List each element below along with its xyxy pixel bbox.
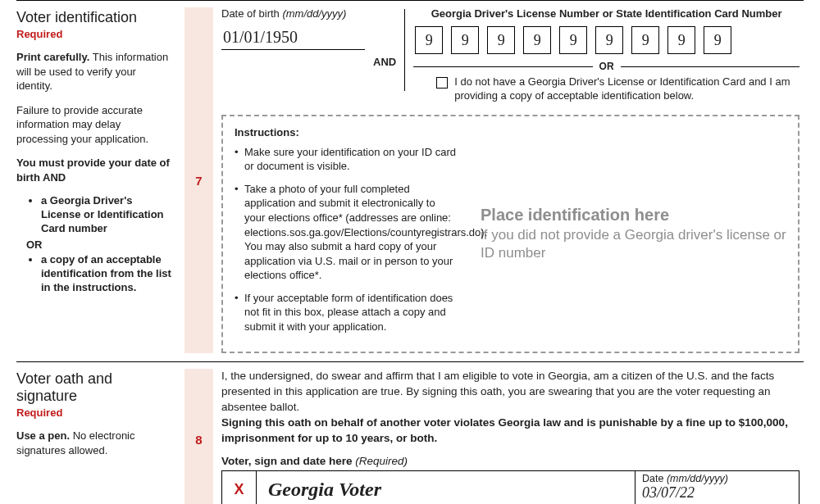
signature-date-label: Date (mm/dd/yyyy): [642, 473, 792, 484]
instruction-1: Make sure your identification on your ID…: [235, 145, 456, 174]
dob-input[interactable]: 01/01/1950: [221, 24, 365, 50]
section-voter-identification: Voter identification Required Print care…: [16, 0, 804, 361]
oath-text1: I, the undersigned, do swear and affirm …: [221, 370, 774, 413]
id-heading: Georgia Driver's License Number or State…: [413, 7, 800, 20]
section8-sidebar: Voter oath and signature Required Use a …: [16, 369, 184, 504]
vertical-separator: [404, 9, 405, 91]
section7-content: Date of birth (mm/dd/yyyy) 01/01/1950 AN…: [221, 7, 804, 353]
sign-required-hint: (Required): [355, 455, 408, 467]
dob-hint: (mm/dd/yyyy): [282, 7, 346, 20]
id-number-block: Georgia Driver's License Number or State…: [413, 7, 800, 103]
instructions-box: Instructions: Make sure your identificat…: [221, 115, 800, 354]
section7-p1: Print carefully. This information will b…: [16, 50, 172, 93]
section8-content: I, the undersigned, do swear and affirm …: [221, 369, 804, 504]
no-id-checkbox[interactable]: [436, 77, 448, 89]
section7-or: OR: [26, 238, 172, 251]
instruction-3: If your acceptable form of identificatio…: [235, 291, 456, 334]
id-digit-row: 9 9 9 9 9 9 9 9 9: [413, 26, 800, 54]
dob-label: Date of birth (mm/dd/yyyy): [221, 7, 365, 20]
signature-field[interactable]: Georgia Voter: [257, 471, 635, 504]
section7-p2: Failure to provide accurate information …: [16, 103, 172, 147]
section7-bullet2: a copy of an acceptable identification f…: [41, 253, 172, 295]
id-digit-7[interactable]: 9: [631, 26, 659, 54]
section-voter-oath: Voter oath and signature Required Use a …: [16, 361, 804, 504]
id-digit-5[interactable]: 9: [559, 26, 587, 54]
or-rule-left: [413, 66, 592, 67]
oath-text2: Signing this oath on behalf of another v…: [221, 416, 788, 444]
section8-sidetext: Use a pen. No electronic signatures allo…: [16, 429, 172, 457]
section7-number: 7: [184, 7, 213, 353]
instructions-left: Instructions: Make sure your identificat…: [235, 126, 456, 343]
id-digit-1[interactable]: 9: [415, 26, 443, 54]
section8-number: 8: [184, 369, 213, 504]
instructions-list: Make sure your identification on your ID…: [235, 145, 456, 334]
or-rule-right: [621, 66, 800, 67]
signature-date-block: Date (mm/dd/yyyy) 03/07/22: [635, 471, 799, 504]
section7-bullet1: a Georgia Driver's License or Identifica…: [41, 194, 172, 236]
signature-row: X Georgia Voter Date (mm/dd/yyyy) 03/07/…: [221, 470, 800, 504]
id-digit-9[interactable]: 9: [704, 26, 731, 54]
sign-label: Voter, sign and date here (Required): [221, 455, 800, 467]
signature-date-field[interactable]: 03/07/22: [642, 484, 792, 502]
section7-list2: a copy of an acceptable identification f…: [41, 253, 172, 295]
identification-placeholder[interactable]: Place identification here if you did not…: [481, 126, 786, 343]
instruction-2: Take a photo of your full completed appl…: [235, 182, 456, 283]
sign-label-text: Voter, sign and date here: [221, 455, 355, 467]
id-digit-6[interactable]: 9: [595, 26, 623, 54]
id-top-row: Date of birth (mm/dd/yyyy) 01/01/1950 AN…: [221, 7, 800, 103]
no-id-text: I do not have a Georgia Driver's License…: [454, 75, 800, 103]
dob-label-text: Date of birth: [221, 7, 282, 20]
section8-required: Required: [16, 406, 172, 419]
signature-x-mark: X: [222, 471, 257, 504]
use-pen-label: Use a pen.: [16, 429, 70, 442]
section7-list: a Georgia Driver's License or Identifica…: [41, 194, 172, 236]
or-separator: OR: [413, 61, 800, 72]
and-label: AND: [373, 43, 396, 68]
placeholder-title: Place identification here: [481, 206, 669, 225]
section7-sidebar: Voter identification Required Print care…: [16, 7, 184, 353]
date-hint: (mm/dd/yyyy): [667, 473, 728, 484]
or-text: OR: [599, 61, 614, 72]
placeholder-sub: if you did not provide a Georgia driver'…: [481, 226, 786, 262]
dob-block: Date of birth (mm/dd/yyyy) 01/01/1950: [221, 7, 365, 50]
no-id-row: I do not have a Georgia Driver's License…: [413, 75, 800, 103]
instructions-title: Instructions:: [235, 126, 456, 138]
section7-p3: You must provide your date of birth AND: [16, 156, 172, 184]
id-digit-3[interactable]: 9: [487, 26, 515, 54]
oath-body: I, the undersigned, do swear and affirm …: [221, 369, 800, 446]
section7-required: Required: [16, 28, 172, 40]
section7-title: Voter identification: [16, 9, 172, 26]
print-carefully-label: Print carefully.: [16, 51, 89, 63]
id-digit-2[interactable]: 9: [451, 26, 479, 54]
section8-title: Voter oath and signature: [16, 370, 172, 405]
date-label-text: Date: [642, 473, 667, 484]
id-digit-4[interactable]: 9: [523, 26, 551, 54]
id-digit-8[interactable]: 9: [667, 26, 695, 54]
